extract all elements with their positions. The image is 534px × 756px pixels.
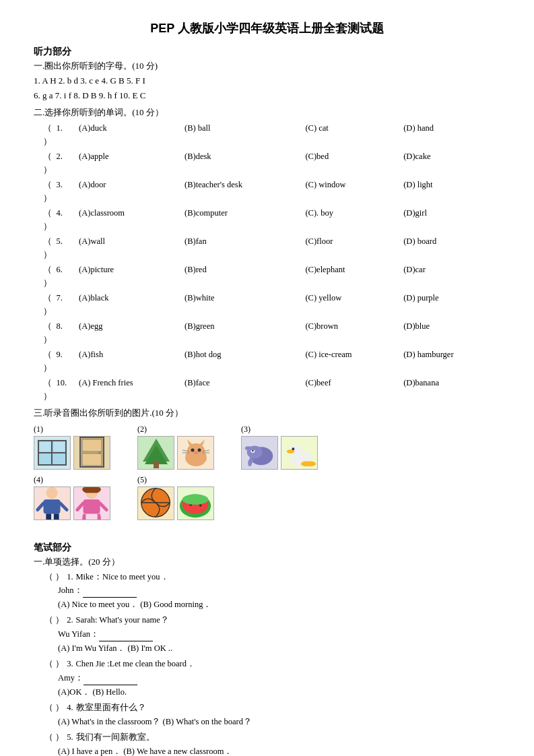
paren: （ ） xyxy=(34,206,55,234)
page-title: PEP 人教版小学四年级英语上册全套测试题 xyxy=(34,20,500,36)
img-group-1: (1) xyxy=(34,424,110,470)
q2-line: Amy： xyxy=(58,671,500,685)
opt-b: (B)white xyxy=(183,290,304,319)
q-text: 教室里面有什么？ xyxy=(76,701,146,715)
item-num: 7. xyxy=(55,290,77,319)
item-num: 9. xyxy=(55,347,77,375)
opt-b: (B)face xyxy=(183,375,304,404)
writing-item-3: （ ） 3. Chen Jie :Let me clean the board．… xyxy=(44,657,500,699)
q-text: Chen Jie :Let me clean the board． xyxy=(76,657,196,671)
svg-point-36 xyxy=(46,487,57,499)
q2-line: Wu Yifan： xyxy=(58,627,500,641)
opts-line: (A) Nice to meet you． (B) Good morning． xyxy=(58,598,500,612)
choice-row: （ ） 10. (A) French fries (B)face (C)beef… xyxy=(34,375,500,404)
svg-rect-4 xyxy=(54,442,65,451)
answer-blank[interactable] xyxy=(84,676,137,685)
opts-line: (A) I'm Wu Yifan． (B) I'm OK .. xyxy=(58,641,500,656)
paren: （ ） xyxy=(34,262,55,290)
opt-a: (A)duck xyxy=(77,121,183,149)
paren: （ ） xyxy=(34,234,55,262)
q2-line: John： xyxy=(58,584,500,598)
q-text: Sarah: What's your name？ xyxy=(76,613,169,627)
q-paren: （ ） xyxy=(44,613,64,627)
q-text: Mike：Nice to meet you． xyxy=(76,570,169,584)
opt-c: (C)elephant xyxy=(304,262,402,290)
choice-row: （ ） 8. (A)egg (B)green (C)brown (D)blue xyxy=(34,319,500,347)
svg-rect-6 xyxy=(82,439,102,451)
opt-c: (C)floor xyxy=(304,234,402,262)
svg-rect-40 xyxy=(46,513,51,519)
svg-point-35 xyxy=(306,461,316,466)
question-line: （ ） 3. Chen Jie :Let me clean the board． xyxy=(44,657,500,671)
writing-item-4: （ ） 4. 教室里面有什么？ (A) What's in the classr… xyxy=(44,701,500,728)
writing-item-1: （ ） 1. Mike：Nice to meet you． John：(A) N… xyxy=(44,570,500,612)
paren: （ ） xyxy=(34,177,55,206)
teacher-image xyxy=(34,486,71,520)
opt-c: (C)beef xyxy=(304,375,402,404)
svg-line-39 xyxy=(61,503,67,510)
question-line: （ ） 4. 教室里面有什么？ xyxy=(44,701,500,715)
svg-line-38 xyxy=(38,503,44,510)
writing-section1-label: 一.单项选择。(20 分） xyxy=(34,556,500,568)
item-num: 5. xyxy=(55,234,77,262)
img-group-4-pics xyxy=(34,486,110,520)
svg-line-45 xyxy=(100,503,107,510)
opt-c: (C)bed xyxy=(304,149,402,177)
opt-a: (A)classroom xyxy=(77,206,183,234)
opts-line: (A)OK． (B) Hello. xyxy=(58,685,500,699)
question-line: （ ） 5. 我们有一间新教室。 xyxy=(44,730,500,745)
item-num: 4. xyxy=(55,206,77,234)
paren: （ ） xyxy=(34,347,55,375)
img-group-1-label: (1) xyxy=(34,424,43,435)
img-group-5-label: (5) xyxy=(137,475,147,485)
opt-a: (A)fish xyxy=(77,347,183,375)
section1-row2: 6. g a 7. i f 8. D B 9. h f 10. E C xyxy=(34,89,500,103)
opt-c: (C) ice-cream xyxy=(304,347,402,375)
listening-header: 听力部分 xyxy=(34,46,500,58)
duck-image xyxy=(281,436,318,470)
opts-line: (A) I have a pen． (B) We have a new clas… xyxy=(58,745,500,756)
paren: （ ） xyxy=(34,290,55,319)
q-num: 2. xyxy=(67,613,73,627)
paren: （ ） xyxy=(34,375,55,404)
writing-item-5: （ ） 5. 我们有一间新教室。 (A) I have a pen． (B) W… xyxy=(44,730,500,756)
question-line: （ ） 2. Sarah: What's your name？ xyxy=(44,613,500,627)
opt-d: (D)blue xyxy=(402,319,500,347)
img-group-2: (2) xyxy=(137,424,214,470)
q-paren: （ ） xyxy=(44,730,64,745)
svg-point-17 xyxy=(191,448,194,451)
svg-marker-15 xyxy=(187,439,193,445)
opt-b: (B) ball xyxy=(183,121,304,149)
opt-d: (D) board xyxy=(402,234,500,262)
q-paren: （ ） xyxy=(44,701,64,715)
svg-point-29 xyxy=(245,446,252,450)
svg-point-33 xyxy=(292,447,294,450)
elephant-image xyxy=(241,436,278,470)
item-num: 2. xyxy=(55,149,77,177)
opt-a: (A)black xyxy=(77,290,183,319)
img-group-2-label: (2) xyxy=(137,424,147,435)
q-num: 4. xyxy=(67,701,73,715)
choice-row: （ ） 9. (A)fish (B)hot dog (C) ice-cream … xyxy=(34,347,500,375)
opt-b: (B)fan xyxy=(183,234,304,262)
writing-header: 笔试部分 xyxy=(34,542,500,554)
img-group-5: (5) xyxy=(137,475,214,520)
opt-d: (D)banana xyxy=(402,375,500,404)
choice-row: （ ） 4. (A)classroom (B)computer (C). boy… xyxy=(34,206,500,234)
svg-rect-41 xyxy=(54,513,59,519)
q-paren: （ ） xyxy=(44,570,64,584)
img-group-5-pics xyxy=(137,486,214,520)
opt-d: (D) light xyxy=(402,177,500,206)
window-image xyxy=(34,436,71,470)
choice-row: （ ） 1. (A)duck (B) ball (C) cat (D) hand xyxy=(34,121,500,149)
opt-c: (C) yellow xyxy=(304,290,402,319)
item-num: 3. xyxy=(55,177,77,206)
opt-b: (B)hot dog xyxy=(183,347,304,375)
svg-rect-37 xyxy=(43,499,60,513)
answer-blank[interactable] xyxy=(83,588,137,598)
choice-row: （ ） 7. (A)black (B)white (C) yellow (D) … xyxy=(34,290,500,319)
answer-blank[interactable] xyxy=(99,632,153,641)
opt-a: (A)egg xyxy=(77,319,183,347)
paren: （ ） xyxy=(34,319,55,347)
listening-section: 听力部分 一.圈出你所听到的字母。(10 分) 1. A H 2. b d 3.… xyxy=(34,46,500,520)
